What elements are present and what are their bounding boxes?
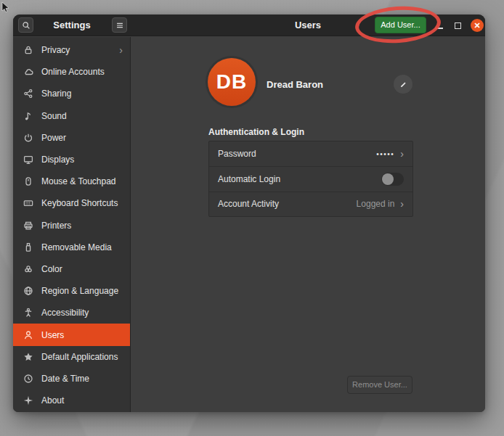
sidebar-item-about[interactable]: About [13,390,130,411]
cloud-icon [23,66,34,78]
sparkle-icon [23,395,34,406]
chevron-right-icon: › [400,199,404,209]
sidebar-item-label: Privacy [41,45,70,55]
star-icon [23,351,34,363]
sidebar-item-color[interactable]: Color [13,258,130,280]
add-user-button[interactable]: Add User... [375,17,426,33]
chevron-right-icon: › [119,45,123,55]
color-circles-icon [23,263,34,275]
sidebar-item-label: Keyboard Shortcuts [41,198,118,208]
page-title: Users [131,15,485,36]
desktop: Settings Users Add User... ✕ Privacy › O… [0,0,504,436]
sidebar-item-accessibility[interactable]: Accessibility [13,302,130,324]
password-dots: ••••• [376,150,394,158]
sidebar-item-mouse-touchpad[interactable]: Mouse & Touchpad [13,170,130,192]
sidebar-item-default-applications[interactable]: Default Applications [13,346,130,368]
printer-icon [23,220,34,231]
close-icon: ✕ [473,22,480,30]
sidebar-item-label: Sound [41,111,67,121]
user-icon [23,329,34,341]
edit-user-button[interactable] [394,75,412,94]
remove-user-button[interactable]: Remove User... [347,376,412,394]
sidebar-item-sound[interactable]: Sound [13,105,130,127]
sidebar-item-sharing[interactable]: Sharing [13,83,130,104]
mouse-cursor-icon [1,1,11,15]
usb-drive-icon [23,242,34,253]
auth-login-list: Password ••••• › Automatic Login Ac [208,141,413,217]
share-icon [23,88,34,99]
password-label: Password [218,149,256,159]
accessibility-icon [23,307,34,318]
sidebar-item-region-language[interactable]: Region & Language [13,280,130,302]
sidebar-item-label: Sharing [41,89,71,99]
sidebar-item-label: Printers [41,221,71,231]
automatic-login-toggle[interactable] [381,173,404,186]
sidebar-item-label: Region & Language [41,286,118,296]
sidebar-item-label: Accessibility [41,308,89,318]
sidebar-item-label: Date & Time [41,374,89,384]
users-panel: DB Dread Baron Authentication & Login Pa… [131,37,485,412]
sidebar-item-label: About [41,395,64,406]
account-activity-value: Logged in [357,199,395,209]
sidebar-item-label: Online Accounts [41,67,105,77]
user-name: Dread Baron [267,79,323,90]
maximize-button[interactable] [455,22,461,29]
lock-icon [23,44,34,56]
hamburger-menu-button[interactable] [112,17,127,33]
sidebar-item-users[interactable]: Users [13,324,130,345]
clock-icon [23,373,34,384]
mouse-icon [23,176,34,187]
avatar-initials: DB [216,70,247,94]
account-activity-label: Account Activity [218,199,279,209]
section-title: Authentication & Login [208,127,304,137]
password-row[interactable]: Password ••••• › [209,141,412,166]
toggle-knob [382,173,394,185]
chevron-right-icon: › [400,149,404,159]
keyboard-icon [23,197,34,209]
sidebar-item-label: Users [41,330,64,340]
sidebar-item-keyboard-shortcuts[interactable]: Keyboard Shortcuts [13,192,130,214]
account-activity-row[interactable]: Account Activity Logged in › [209,192,412,216]
sidebar-item-printers[interactable]: Printers [13,215,130,236]
sidebar: Privacy › Online Accounts Sharing Sound … [13,37,131,412]
sidebar-item-privacy[interactable]: Privacy › [13,39,130,61]
display-icon [23,154,34,165]
sidebar-item-label: Power [41,133,66,143]
sidebar-item-online-accounts[interactable]: Online Accounts [13,61,130,83]
globe-icon [23,285,34,297]
sidebar-item-label: Default Applications [41,352,118,362]
minimize-button[interactable] [435,28,443,29]
hamburger-icon [115,20,125,30]
power-icon [23,132,34,144]
close-button[interactable]: ✕ [471,19,484,32]
automatic-login-row: Automatic Login [209,166,412,191]
pencil-icon [399,80,408,89]
automatic-login-label: Automatic Login [218,174,280,184]
sidebar-item-label: Displays [41,155,74,165]
sidebar-item-removable-media[interactable]: Removable Media [13,236,130,258]
sidebar-item-label: Mouse & Touchpad [41,176,116,186]
sidebar-item-date-time[interactable]: Date & Time [13,368,130,390]
titlebar: Settings Users Add User... ✕ [13,15,485,36]
sidebar-item-displays[interactable]: Displays [13,149,130,170]
sidebar-item-power[interactable]: Power [13,127,130,149]
sidebar-item-label: Color [41,264,62,274]
music-note-icon [23,110,34,122]
avatar[interactable]: DB [208,58,256,106]
sidebar-item-label: Removable Media [41,242,112,252]
settings-window: Settings Users Add User... ✕ Privacy › O… [13,15,485,412]
